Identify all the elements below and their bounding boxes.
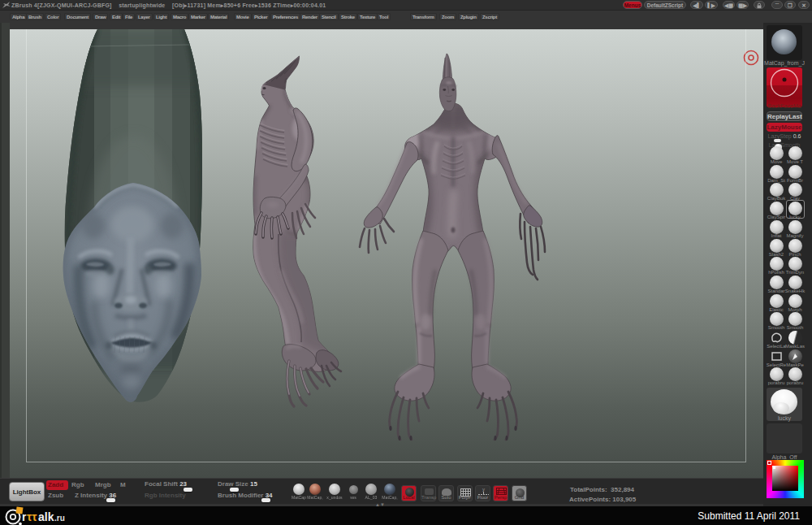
svg-text:alk: alk: [38, 510, 54, 523]
svg-text:y: y: [482, 487, 485, 492]
svg-text:ττ: ττ: [27, 510, 37, 523]
svg-text:.ru: .ru: [54, 514, 65, 523]
